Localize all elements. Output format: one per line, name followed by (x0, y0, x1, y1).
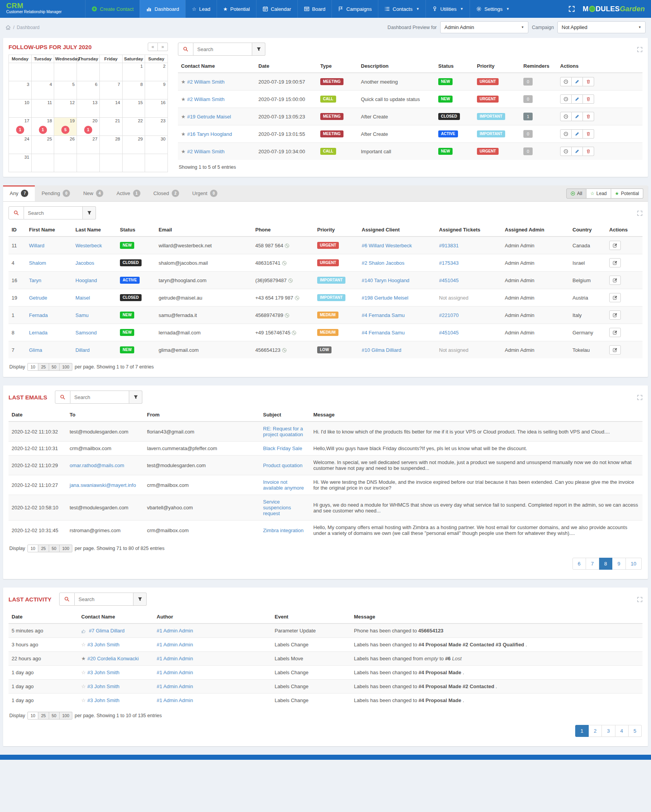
author-link[interactable]: #1 Admin Admin (157, 670, 193, 675)
emails-search-input[interactable] (70, 391, 129, 404)
assigned-client-link[interactable]: #2 Shalon Jacobos (362, 260, 405, 266)
contact-link[interactable]: #19 Getrude Maisel (187, 114, 231, 120)
assigned-ticket-link[interactable]: #913831 (439, 243, 459, 248)
calendar-day[interactable]: 2 (145, 63, 168, 81)
author-link[interactable]: #1 Admin Admin (157, 642, 193, 648)
filter-button[interactable] (252, 43, 265, 56)
tab-active[interactable]: Active1 (110, 185, 147, 201)
contact-link[interactable]: #2 William Smith (187, 96, 225, 102)
last-name-link[interactable]: Jacobos (75, 260, 94, 266)
followup-count-badge[interactable]: 1 (39, 126, 47, 134)
calendar-day[interactable]: 14 (99, 99, 122, 118)
calendar-day[interactable]: 29 (122, 136, 145, 154)
first-name-link[interactable]: Taryn (29, 278, 41, 283)
calendar-day[interactable] (9, 63, 32, 81)
calendar-day[interactable] (99, 63, 122, 81)
author-link[interactable]: #1 Admin Admin (157, 697, 193, 703)
email-subject-link[interactable]: Product quotation (263, 463, 302, 468)
last-name-link[interactable]: Dillard (75, 347, 90, 353)
filter-potential-button[interactable]: ★Potential (611, 188, 643, 199)
email-subject-link[interactable]: Service suspencions request (263, 499, 291, 516)
nav-item-calendar[interactable]: Calendar (256, 0, 297, 18)
edit-contact-button[interactable] (609, 258, 621, 267)
calendar-day[interactable]: 27 (77, 136, 100, 154)
last-name-link[interactable]: Maisel (75, 295, 90, 301)
reminder-button[interactable] (560, 129, 572, 139)
author-link[interactable]: #1 Admin Admin (157, 684, 193, 689)
whatsapp-icon[interactable] (285, 313, 289, 318)
star-outline-icon[interactable]: ☆ (81, 642, 86, 648)
edit-button[interactable] (572, 147, 583, 156)
page-size-button[interactable]: 25 (38, 545, 49, 552)
page-size-button[interactable]: 50 (49, 712, 60, 719)
calendar-day[interactable]: 201 (77, 118, 100, 136)
tab-any[interactable]: Any7 (3, 185, 35, 201)
assigned-client-link[interactable]: #10 Gilma Dilliard (362, 347, 402, 353)
calendar-day[interactable]: 10 (9, 99, 32, 118)
calendar-next-button[interactable]: » (158, 43, 168, 51)
pagination-page-active[interactable]: 8 (599, 558, 612, 570)
whatsapp-icon[interactable] (292, 331, 296, 335)
edit-button[interactable] (572, 77, 583, 86)
calendar-day[interactable] (77, 154, 100, 172)
delete-button[interactable] (583, 94, 594, 104)
edit-contact-button[interactable] (609, 241, 621, 250)
assigned-ticket-link[interactable]: #451045 (439, 330, 459, 336)
star-filled-icon[interactable]: ★ (181, 149, 186, 154)
calendar-day[interactable]: 12 (54, 99, 77, 118)
calendar-day[interactable] (77, 63, 100, 81)
calendar-day[interactable]: 7 (99, 81, 122, 99)
activity-search-input[interactable] (75, 593, 133, 606)
pagination-page[interactable]: 5 (629, 725, 642, 737)
followup-count-badge[interactable]: 5 (62, 126, 70, 134)
calendar-day[interactable]: 22 (122, 118, 145, 136)
email-to-link[interactable]: omar.rathod@mails.com (70, 463, 124, 468)
last-name-link[interactable]: Samsond (75, 330, 97, 336)
page-size-button[interactable]: 10 (27, 712, 38, 719)
calendar-day[interactable]: 171 (9, 118, 32, 136)
expand-widget-button[interactable] (637, 46, 642, 52)
reminders-button[interactable]: 0 (523, 78, 533, 86)
filter-lead-button[interactable]: ☆Lead (586, 188, 611, 199)
star-filled-icon[interactable]: ★ (181, 114, 186, 120)
pagination-page-active[interactable]: 1 (575, 725, 589, 737)
page-size-button[interactable]: 10 (27, 363, 38, 371)
delete-button[interactable] (583, 112, 594, 121)
calendar-day[interactable]: 8 (122, 81, 145, 99)
author-link[interactable]: #1 Admin Admin (157, 656, 193, 661)
whatsapp-icon[interactable] (295, 296, 299, 300)
assigned-ticket-link[interactable]: #175343 (439, 260, 459, 266)
assigned-client-link[interactable]: #6 Willard Westerbeck (362, 243, 412, 248)
pagination-page[interactable]: 4 (615, 725, 629, 737)
page-size-button[interactable]: 100 (60, 363, 72, 371)
calendar-day[interactable]: 26 (54, 136, 77, 154)
last-name-link[interactable]: Samu (75, 312, 89, 318)
page-size-button[interactable]: 25 (38, 712, 49, 719)
contact-link[interactable]: #3 John Smith (87, 684, 120, 689)
edit-button[interactable] (572, 129, 583, 139)
search-icon-button[interactable] (9, 206, 24, 219)
star-outline-icon[interactable]: ☆ (81, 670, 86, 675)
contact-link[interactable]: #3 John Smith (87, 642, 120, 648)
calendar-prev-button[interactable]: « (148, 43, 158, 51)
campaign-select[interactable]: Not Applied ▼ (557, 21, 646, 33)
nav-item-contacts[interactable]: Contacts ▼ (378, 0, 425, 18)
expand-widget-button[interactable] (637, 210, 642, 216)
reminder-button[interactable] (560, 112, 572, 121)
contact-link[interactable]: #16 Taryn Hoogland (187, 131, 232, 137)
nav-item-lead[interactable]: ☆ Lead (185, 0, 217, 18)
pagination-page[interactable]: 9 (612, 558, 625, 570)
first-name-link[interactable]: Fernada (29, 312, 48, 318)
star-outline-icon[interactable]: ☆ (81, 697, 86, 703)
followups-search-input[interactable] (193, 43, 252, 56)
whatsapp-icon[interactable] (285, 243, 289, 248)
edit-contact-button[interactable] (609, 328, 621, 337)
filter-button[interactable] (129, 391, 142, 404)
tab-new[interactable]: New4 (77, 185, 110, 201)
calendar-day[interactable]: 5 (54, 81, 77, 99)
calendar-day[interactable]: 13 (77, 99, 100, 118)
pagination-page[interactable]: 6 (572, 558, 586, 570)
calendar-day[interactable] (31, 63, 54, 81)
reminders-button[interactable]: 0 (523, 147, 533, 155)
filter-button[interactable] (133, 593, 147, 606)
